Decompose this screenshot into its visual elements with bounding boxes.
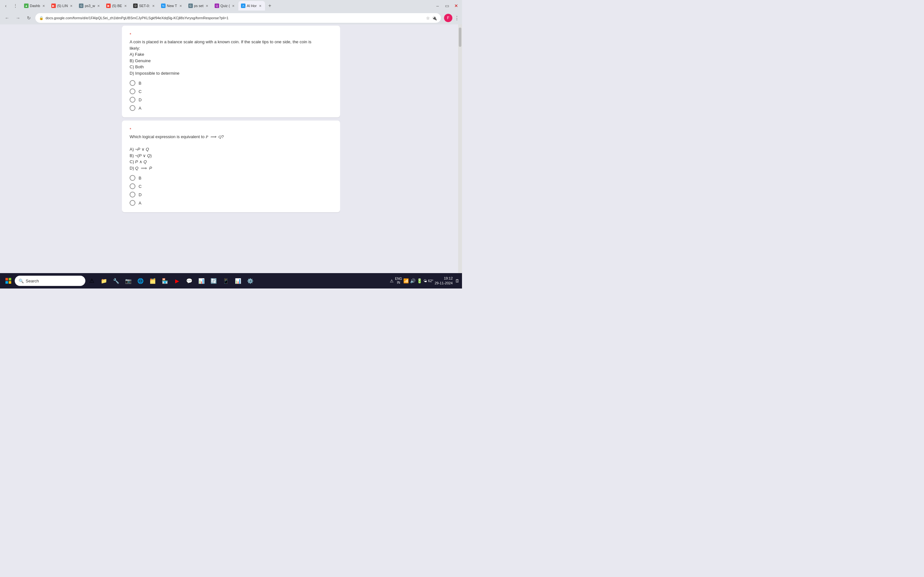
minimize-btn[interactable]: – bbox=[433, 1, 442, 10]
taskbar-edge-icon[interactable]: 🌐 bbox=[135, 275, 146, 287]
bookmark-icon[interactable]: ☆ bbox=[426, 16, 430, 21]
taskbar-search-bar[interactable]: 🔍 Search bbox=[15, 276, 86, 286]
question-2-option-d: D) Q ⟹ P bbox=[129, 166, 152, 171]
tabs-left-btn[interactable]: ‹ bbox=[1, 1, 10, 10]
taskbar-search-icon: 🔍 bbox=[19, 279, 24, 284]
question-1-line2: likely: bbox=[129, 46, 140, 51]
tab-4[interactable]: ▶ (5) BE ✕ bbox=[103, 1, 130, 11]
tab-9[interactable]: A Al Hor ✕ bbox=[238, 1, 265, 11]
address-box[interactable]: 🔒 docs.google.com/forms/d/e/1FAlpQLSei_z… bbox=[35, 13, 441, 23]
tab-8-close[interactable]: ✕ bbox=[231, 4, 236, 8]
back-btn[interactable]: ← bbox=[3, 13, 11, 23]
tab-5-favicon: D bbox=[133, 3, 137, 8]
weather-indicator[interactable]: 🌤 62° bbox=[423, 279, 433, 283]
answer-2-c[interactable]: C bbox=[129, 183, 333, 189]
tab-nav-left[interactable]: ‹ ⋮ bbox=[1, 1, 20, 10]
tab-8-label: Quiz ( bbox=[220, 4, 230, 8]
tab-3[interactable]: G ps3_w ✕ bbox=[76, 1, 103, 11]
tab-2-close[interactable]: ✕ bbox=[69, 4, 73, 8]
new-tab-button[interactable]: + bbox=[265, 1, 274, 10]
browser-menu-icon[interactable]: ⋮ bbox=[454, 15, 459, 21]
answer-1-d[interactable]: D bbox=[129, 97, 333, 103]
answer-1-b[interactable]: B bbox=[129, 80, 333, 86]
tab-3-label: ps3_w bbox=[85, 4, 95, 8]
notification-center-btn[interactable]: 🗓 bbox=[455, 279, 459, 284]
tab-4-close[interactable]: ✕ bbox=[123, 4, 128, 8]
answer-list-1: B C D A bbox=[129, 80, 333, 111]
taskbar-app3-icon[interactable]: 🔄 bbox=[208, 275, 220, 287]
radio-1-b[interactable] bbox=[129, 80, 136, 86]
tab-5-close[interactable]: ✕ bbox=[151, 4, 156, 8]
extension-icon[interactable]: 🔌 bbox=[432, 16, 437, 21]
forward-btn[interactable]: → bbox=[13, 13, 23, 23]
radio-2-d[interactable] bbox=[129, 192, 136, 197]
answer-label-2-d: D bbox=[139, 192, 142, 197]
question-1-option-d: D) Impossible to determine bbox=[129, 71, 179, 76]
wifi-icon[interactable]: 📶 bbox=[403, 278, 409, 284]
question-1-option-b: B) Genuine bbox=[129, 58, 151, 63]
taskbar-settings-icon[interactable]: ⚙️ bbox=[244, 275, 256, 287]
answer-1-c[interactable]: C bbox=[129, 89, 333, 94]
tab-1-close[interactable]: ✕ bbox=[41, 4, 46, 8]
language-indicator[interactable]: ENGIN bbox=[395, 277, 402, 285]
answer-label-2-b: B bbox=[139, 176, 142, 181]
taskbar-camera-icon[interactable]: 📷 bbox=[123, 275, 134, 287]
tab-3-close[interactable]: ✕ bbox=[96, 4, 101, 8]
clock-date: 29-11-2024 bbox=[435, 281, 453, 285]
required-star-1: * bbox=[129, 32, 333, 37]
answer-1-a[interactable]: A bbox=[129, 105, 333, 111]
tab-6-favicon: N bbox=[161, 3, 166, 8]
answer-label-1-c: C bbox=[139, 89, 142, 94]
radio-1-c[interactable] bbox=[129, 89, 136, 94]
tab-7[interactable]: G ps set ✕ bbox=[186, 1, 212, 11]
profile-avatar[interactable]: F bbox=[444, 14, 452, 22]
taskbar-store-icon[interactable]: 🏪 bbox=[159, 275, 171, 287]
start-button[interactable] bbox=[3, 275, 14, 287]
scrollbar-thumb[interactable] bbox=[459, 27, 461, 47]
tab-9-close[interactable]: ✕ bbox=[258, 4, 262, 8]
tab-2[interactable]: ▶ (5) LIN ✕ bbox=[49, 1, 76, 11]
answer-label-2-a: A bbox=[139, 201, 142, 205]
tab-7-favicon: G bbox=[188, 3, 193, 8]
taskbar-clock[interactable]: 19:12 29-11-2024 bbox=[435, 276, 453, 286]
tab-6-close[interactable]: ✕ bbox=[178, 4, 183, 8]
tab-6[interactable]: N New T ✕ bbox=[158, 1, 186, 11]
restore-btn[interactable]: ▭ bbox=[443, 1, 451, 10]
answer-2-b[interactable]: B bbox=[129, 175, 333, 181]
battery-icon[interactable]: 🔋 bbox=[417, 278, 422, 284]
tab-5[interactable]: D SET-0: ✕ bbox=[131, 1, 158, 11]
taskbar-app2-icon[interactable]: 📊 bbox=[196, 275, 207, 287]
reload-btn[interactable]: ↻ bbox=[24, 13, 33, 23]
taskbar-youtube-icon[interactable]: ▶ bbox=[171, 275, 183, 287]
answer-2-a[interactable]: A bbox=[129, 200, 333, 206]
svg-rect-1 bbox=[9, 278, 11, 280]
tab-8[interactable]: Q Quiz ( ✕ bbox=[212, 1, 238, 11]
taskbar-files-icon[interactable]: 🗂️ bbox=[147, 275, 158, 287]
scrollbar-track[interactable] bbox=[458, 24, 462, 273]
svg-rect-2 bbox=[5, 281, 8, 284]
radio-2-b[interactable] bbox=[129, 175, 136, 181]
tab-1[interactable]: ▲ Dashb ✕ bbox=[21, 1, 48, 11]
close-browser-btn[interactable]: ✕ bbox=[452, 1, 461, 10]
notification-btn[interactable]: ⚠ bbox=[390, 279, 394, 284]
taskbar-winget-icon[interactable]: 🔧 bbox=[110, 275, 122, 287]
volume-icon[interactable]: 🔊 bbox=[410, 278, 415, 284]
tab-bar: ‹ ⋮ ▲ Dashb ✕ ▶ (5) LIN ✕ G ps3_w ✕ ▶ (5… bbox=[0, 0, 462, 11]
answer-list-2: B C D A bbox=[129, 175, 333, 206]
tab-1-label: Dashb bbox=[30, 4, 40, 8]
tab-7-label: ps set bbox=[194, 4, 204, 8]
taskbar-explorer-icon[interactable]: ⚠ bbox=[86, 275, 97, 287]
taskbar-powerpoint-icon[interactable]: 📊 bbox=[232, 275, 244, 287]
radio-2-c[interactable] bbox=[129, 183, 136, 189]
taskbar-file-manager-icon[interactable]: 📁 bbox=[98, 275, 110, 287]
taskbar-whatsapp-icon[interactable]: 📱 bbox=[220, 275, 232, 287]
new-tab-expand[interactable]: ⋮ bbox=[11, 1, 20, 10]
tab-7-close[interactable]: ✕ bbox=[205, 4, 209, 8]
question-text-1: A coin is placed in a balance scale alon… bbox=[129, 39, 333, 76]
radio-2-a[interactable] bbox=[129, 200, 136, 206]
radio-1-a[interactable] bbox=[129, 105, 136, 111]
radio-1-d[interactable] bbox=[129, 97, 136, 103]
answer-2-d[interactable]: D bbox=[129, 192, 333, 197]
taskbar-app1-icon[interactable]: 💬 bbox=[184, 275, 195, 287]
tab-6-label: New T bbox=[167, 4, 177, 8]
